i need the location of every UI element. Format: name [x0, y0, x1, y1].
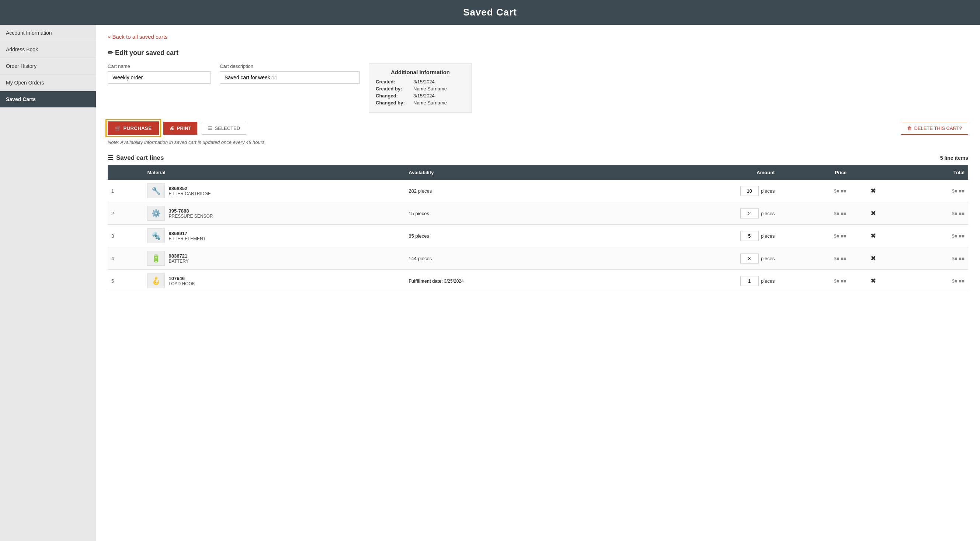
info-row-created-by: Created by: Name Surname	[376, 86, 465, 91]
price-cell: $■ ■■	[778, 247, 850, 270]
sidebar-item-address-book[interactable]: Address Book	[0, 41, 96, 58]
product-image: 🔋	[147, 251, 165, 266]
cart-desc-input[interactable]	[220, 71, 360, 84]
trash-icon: 🗑	[907, 126, 912, 131]
table-row: 4 🔋 9836721 BATTERY 144 pieces pieces $■…	[108, 247, 968, 270]
cart-desc-group: Cart description	[220, 64, 360, 84]
product-cell: 🔩 9868917 FILTER ELEMENT	[143, 225, 405, 247]
remove-button[interactable]: ✖	[870, 209, 876, 217]
product-details: 9868917 FILTER ELEMENT	[169, 231, 205, 241]
page-title: Saved Cart	[463, 6, 517, 18]
selected-button[interactable]: ☰ SELECTED	[202, 122, 246, 135]
availability-value: 15 pieces	[409, 211, 429, 216]
product-sku: 9868917	[169, 231, 205, 236]
qty-input[interactable]	[740, 209, 759, 219]
price-cell: $■ ■■	[778, 225, 850, 247]
price-cell: $■ ■■	[778, 202, 850, 225]
action-bar: 🛒 PURCHASE 🖨 PRINT ☰ SELECTED 🗑 DELETE T…	[108, 121, 968, 135]
remove-button[interactable]: ✖	[870, 254, 876, 262]
total-cell: $■ ■■	[896, 270, 968, 292]
additional-info-title: Additional information	[376, 69, 465, 75]
col-material: Material	[143, 165, 405, 180]
sidebar-item-saved-carts[interactable]: Saved Carts	[0, 91, 96, 108]
qty-unit: pieces	[761, 188, 775, 194]
price-cell: $■ ■■	[778, 180, 850, 202]
items-table: Material Availability Amount Price Total…	[108, 165, 968, 292]
qty-input[interactable]	[740, 186, 759, 196]
availability-cell: 85 pieces	[405, 225, 628, 247]
product-image: 🔧	[147, 184, 165, 198]
remove-button[interactable]: ✖	[870, 232, 876, 240]
purchase-icon: 🛒	[115, 126, 121, 131]
sidebar-item-my-open-orders[interactable]: My Open Orders	[0, 75, 96, 91]
back-link[interactable]: « Back to all saved carts	[108, 34, 168, 40]
col-availability: Availability	[405, 165, 628, 180]
product-cell: ⚙️ 395-7888 PRESSURE SENSOR	[143, 202, 405, 225]
availability-cell: 282 pieces	[405, 180, 628, 202]
cart-lines-title: ☰ Saved cart lines	[108, 154, 164, 162]
table-row: 1 🔧 9868852 FILTER CARTRIDGE 282 pieces …	[108, 180, 968, 202]
product-name: BATTERY	[169, 259, 188, 264]
qty-unit: pieces	[761, 211, 775, 216]
qty-input[interactable]	[740, 254, 759, 263]
total-cell: $■ ■■	[896, 247, 968, 270]
print-button[interactable]: 🖨 PRINT	[163, 122, 197, 135]
col-amount: Amount	[628, 165, 779, 180]
price-cell: $■ ■■	[778, 270, 850, 292]
info-row-changed-by: Changed by: Name Surname	[376, 100, 465, 105]
remove-cell: ✖	[850, 247, 896, 270]
amount-cell: pieces	[628, 202, 779, 225]
col-price: Price	[778, 165, 850, 180]
product-sku: 9836721	[169, 253, 188, 259]
availability-cell: 15 pieces	[405, 202, 628, 225]
availability-value: 85 pieces	[409, 233, 429, 239]
cart-name-input[interactable]	[108, 71, 211, 84]
product-details: 395-7888 PRESSURE SENSOR	[169, 208, 213, 219]
row-number: 3	[108, 225, 143, 247]
remove-cell: ✖	[850, 202, 896, 225]
qty-input[interactable]	[740, 276, 759, 286]
availability-cell: Fulfillment date: 3/25/2024	[405, 270, 628, 292]
amount-cell: pieces	[628, 180, 779, 202]
product-name: FILTER ELEMENT	[169, 236, 205, 241]
remove-button[interactable]: ✖	[870, 187, 876, 195]
qty-input[interactable]	[740, 231, 759, 241]
col-remove	[850, 165, 896, 180]
amount-cell: pieces	[628, 247, 779, 270]
amount-cell: pieces	[628, 270, 779, 292]
qty-unit: pieces	[761, 233, 775, 239]
qty-unit: pieces	[761, 256, 775, 261]
remove-button[interactable]: ✖	[870, 277, 876, 285]
availability-note: Note: Availability information in saved …	[108, 139, 968, 145]
product-cell: 🔧 9868852 FILTER CARTRIDGE	[143, 180, 405, 202]
sidebar-item-order-history[interactable]: Order History	[0, 58, 96, 75]
product-sku: 107646	[169, 276, 195, 281]
product-details: 107646 LOAD HOOK	[169, 276, 195, 286]
row-number: 4	[108, 247, 143, 270]
qty-unit: pieces	[761, 278, 775, 284]
remove-cell: ✖	[850, 180, 896, 202]
delete-cart-button[interactable]: 🗑 DELETE THIS CART?	[901, 122, 968, 135]
list-icon: ☰	[208, 126, 212, 131]
product-image: ⚙️	[147, 206, 165, 221]
table-row: 2 ⚙️ 395-7888 PRESSURE SENSOR 15 pieces …	[108, 202, 968, 225]
col-row-num	[108, 165, 143, 180]
list-icon-2: ☰	[108, 154, 113, 162]
row-number: 2	[108, 202, 143, 225]
table-row: 5 🪝 107646 LOAD HOOK Fulfillment date: 3…	[108, 270, 968, 292]
product-name: FILTER CARTRIDGE	[169, 191, 210, 196]
cart-desc-label: Cart description	[220, 64, 360, 69]
sidebar: Account Information Address Book Order H…	[0, 25, 96, 541]
cart-lines-header: ☰ Saved cart lines 5 line items	[108, 154, 968, 162]
total-cell: $■ ■■	[896, 225, 968, 247]
product-sku: 395-7888	[169, 208, 213, 214]
product-sku: 9868852	[169, 186, 210, 191]
purchase-button[interactable]: 🛒 PURCHASE	[108, 121, 159, 135]
product-details: 9836721 BATTERY	[169, 253, 188, 264]
table-row: 3 🔩 9868917 FILTER ELEMENT 85 pieces pie…	[108, 225, 968, 247]
remove-cell: ✖	[850, 225, 896, 247]
table-body: 1 🔧 9868852 FILTER CARTRIDGE 282 pieces …	[108, 180, 968, 292]
additional-info: Additional information Created: 3/15/202…	[369, 64, 472, 113]
cart-name-group: Cart name	[108, 64, 211, 84]
sidebar-item-account-information[interactable]: Account Information	[0, 25, 96, 41]
